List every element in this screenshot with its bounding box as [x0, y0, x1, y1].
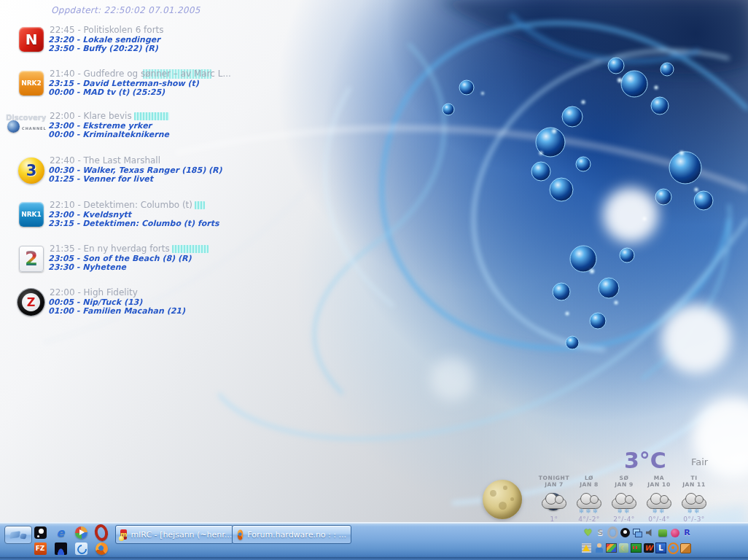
tv-guide-widget: Oppdatert: 22:50:02 07.01.2005 N 22:45 -… [0, 0, 248, 328]
program-later: 23:30 - Nyhetene [48, 262, 126, 272]
tray-ati-icon[interactable] [669, 527, 680, 538]
quicklaunch-steam[interactable] [34, 526, 47, 539]
channel-row-nrk1: NRK1 22:10 - Detektimen: Columbo (t) 23:… [0, 201, 245, 242]
quicklaunch-firefox[interactable] [95, 542, 108, 555]
program-later: 00:00 - MAD tv (t) (25:25) [48, 88, 165, 97]
program-now: 21:35 - En ny hverdag forts [50, 244, 209, 254]
quicklaunch-internet-explorer[interactable]: e [54, 526, 67, 539]
program-later: 23:50 - Buffy (20:22) (R) [48, 44, 158, 53]
tv2-logo: 2 [19, 246, 44, 272]
program-now: 21:40 - Gudfedre og sønner – av Marc L..… [50, 69, 231, 79]
messenger-icon [75, 542, 87, 555]
snow-cloud-icon: ❄❄ [607, 490, 642, 515]
quicklaunch-opera[interactable] [95, 526, 108, 539]
taskbar-bottom-strip [0, 557, 748, 560]
progress-bar [172, 245, 209, 253]
program-now: 22:00 - Klare bevis [50, 111, 169, 121]
globe-icon [7, 120, 20, 133]
task-button-label: Forum.hardware.no : : ... [247, 530, 346, 540]
quicklaunch-media-player[interactable] [74, 526, 87, 539]
snow-icon: ❄❄ [677, 508, 712, 515]
snow-cloud-icon: ❄❄❄ [572, 490, 607, 515]
tray-radiate-icon[interactable] [668, 542, 679, 553]
program-now: 22:45 - Politiskolen 6 forts [50, 25, 164, 35]
forecast-day-tonight: TONIGHTJAN 7 1° [537, 475, 572, 523]
task-button-label: mIRC - [hejsann (~henr... [130, 530, 232, 540]
firefox-icon [96, 542, 108, 555]
ztv-logo: Z [17, 289, 44, 316]
taskbar: e FZ m mIRC - [hejsann (~henr... Forum.h… [0, 522, 748, 560]
channel-row-tvnorge: N 22:45 - Politiskolen 6 forts 23:20 - L… [0, 26, 245, 67]
quicklaunch-messenger[interactable] [74, 542, 87, 555]
channel-row-ztv: Z 22:00 - High Fidelity 00:05 - Nip/Tuck… [0, 289, 245, 330]
forecast-day-sun: SØJAN 9 ❄❄ 2°/-4° [607, 475, 642, 523]
snow-cloud-icon: ❄❄ [677, 490, 712, 515]
channel-row-tv2: 2 21:35 - En ny hverdag forts 23:05 - So… [0, 245, 245, 286]
tray-display-icon[interactable] [606, 542, 617, 553]
current-condition: Fair [691, 456, 708, 467]
tray-orange-box-icon[interactable] [680, 542, 691, 553]
program-now: 22:00 - High Fidelity [50, 287, 138, 298]
tray-netgraph-icon[interactable] [631, 542, 642, 553]
firefox-icon [238, 529, 244, 540]
snow-icon: ❄❄❄ [572, 508, 607, 515]
tray-green-heart-icon[interactable]: ♥ [583, 527, 593, 538]
quicklaunch-dark-app[interactable] [54, 542, 67, 555]
moon-image [483, 480, 522, 519]
program-later: 00:00 - Kriminalteknikerne [48, 130, 169, 139]
snow-cloud-icon: ❄❄ [642, 490, 677, 515]
red-ring-icon [93, 523, 109, 542]
current-temp: 3°C [624, 448, 666, 473]
night-cloud-icon [537, 490, 572, 515]
tray-r-icon[interactable]: R [682, 527, 693, 538]
tvnorge-logo: N [19, 27, 44, 52]
dark-app-icon [55, 542, 67, 555]
forecast-day-sat: LØJAN 8 ❄❄❄ 4°/-2° [572, 475, 607, 523]
steam-icon [34, 526, 47, 539]
channel-row-discovery: Discovery CHANNEL 22:00 - Klare bevis 23… [0, 112, 245, 153]
nrk1-logo: NRK1 [19, 202, 44, 227]
channel-row-nrk2: NRK2 21:40 - Gudfedre og sønner – av Mar… [0, 70, 245, 111]
task-button-firefox-forum[interactable]: Forum.hardware.no : : ... [232, 525, 351, 544]
nrk2-logo: NRK2 [19, 71, 44, 96]
tray-hardware-icon[interactable] [657, 527, 668, 538]
tray-lavasoft-icon[interactable]: L [655, 542, 666, 553]
media-player-icon [75, 526, 87, 539]
tray-skype-icon[interactable]: S [595, 527, 606, 538]
tray-steam-icon[interactable] [620, 527, 631, 538]
filezilla-icon: FZ [34, 542, 47, 555]
system-tray-row-1: ♥ S R [583, 527, 693, 538]
snow-icon: ❄❄ [642, 508, 677, 515]
tray-network-icon[interactable] [632, 527, 643, 538]
start-button[interactable] [4, 526, 32, 544]
tray-winamp-icon[interactable]: W [643, 542, 654, 553]
discovery-logo: Discovery CHANNEL [4, 114, 44, 136]
guide-updated-text: Oppdatert: 22:50:02 07.01.2005 [51, 5, 200, 15]
desktop: Oppdatert: 22:50:02 07.01.2005 N 22:45 -… [0, 0, 748, 560]
snow-icon: ❄❄ [607, 508, 642, 515]
system-tray-row-2: ☾ W L [581, 542, 691, 553]
start-logo-icon [9, 531, 20, 539]
program-now: 22:10 - Detektimen: Columbo (t) [50, 200, 205, 210]
mirc-icon: m [120, 529, 127, 540]
tray-volume-icon[interactable] [644, 527, 655, 538]
progress-bar [134, 112, 169, 120]
forecast-day-mon: MAJAN 10 ❄❄ 0°/-4° [642, 475, 677, 523]
tray-user-icon[interactable] [593, 542, 604, 553]
forecast-day-tue: TIJAN 11 ❄❄ 0°/-3° [677, 475, 712, 523]
ie-icon: e [57, 526, 65, 540]
quicklaunch-filezilla[interactable]: FZ [34, 542, 47, 555]
tray-warning-icon[interactable] [581, 542, 592, 553]
tv3-logo: 3 [18, 158, 44, 184]
tray-moon-icon[interactable]: ☾ [618, 542, 629, 553]
task-button-mirc[interactable]: m mIRC - [hejsann (~henr... [115, 525, 233, 544]
weather-widget: 3°C Fair TONIGHTJAN 7 1° LØJAN 8 ❄❄❄ 4°/… [459, 442, 748, 524]
tray-swirl-icon[interactable] [607, 527, 618, 538]
progress-bar [195, 201, 205, 209]
program-later: 23:15 - Detektimen: Columbo (t) forts [48, 219, 219, 228]
program-now: 22:40 - The Last Marshall [50, 155, 160, 166]
program-later: 01:25 - Venner for livet [48, 174, 153, 184]
channel-row-tv3: 3 22:40 - The Last Marshall 00:30 - Walk… [0, 157, 245, 198]
program-later: 01:00 - Familien Macahan (21) [48, 306, 185, 316]
